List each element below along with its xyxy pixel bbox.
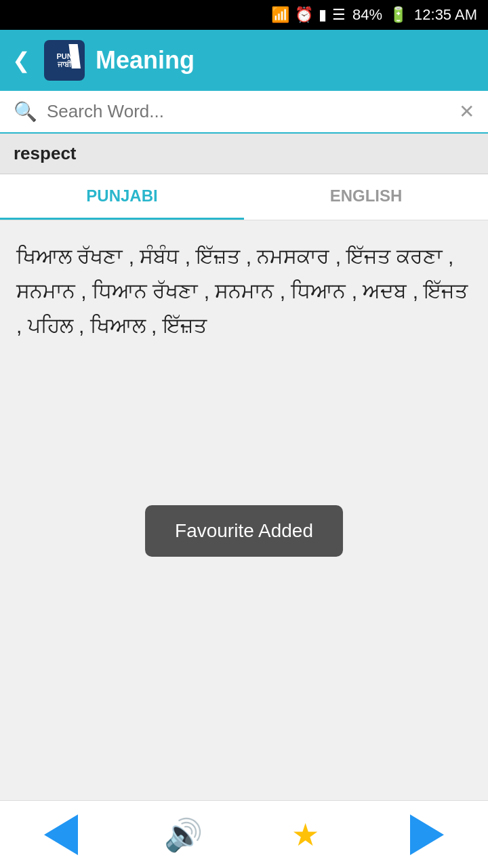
battery-icon: 🔋 (389, 6, 407, 24)
forward-icon (410, 814, 444, 855)
search-icon: 🔍 (14, 100, 37, 123)
forward-button[interactable] (400, 808, 454, 862)
app-logo: PUN ਜਾਬੀ (44, 40, 85, 81)
search-bar: 🔍 ✕ (0, 91, 488, 134)
sim-icon: ▮ (319, 6, 327, 24)
status-bar: 📶 ⏰ ▮ ☰ 84% 🔋 12:35 AM (0, 0, 488, 30)
search-input[interactable] (47, 101, 449, 122)
speaker-icon: 🔊 (164, 816, 203, 853)
alarm-icon: ⏰ (295, 6, 313, 24)
app-bar: ❮ PUN ਜਾਬੀ Meaning (0, 30, 488, 91)
back-arrow-icon[interactable]: ❮ (12, 47, 30, 73)
bluetooth-icon: 📶 (271, 6, 289, 24)
clear-icon[interactable]: ✕ (459, 100, 474, 123)
toast-text: Favourite Added (175, 520, 313, 541)
tab-punjabi[interactable]: PUNJABI (0, 174, 244, 220)
status-icons: 📶 ⏰ ▮ ☰ (271, 6, 346, 24)
tab-english[interactable]: ENGLISH (244, 174, 488, 220)
signal-icon: ☰ (332, 6, 346, 24)
speaker-button[interactable]: 🔊 (156, 808, 210, 862)
back-icon (44, 814, 78, 855)
bottom-nav-bar: 🔊 ★ (0, 800, 488, 868)
back-button[interactable] (34, 808, 88, 862)
battery-level: 84% (352, 6, 382, 24)
tabs: PUNJABI ENGLISH (0, 174, 488, 220)
logo-text: PUN ਜਾਬੀ (56, 52, 72, 68)
meaning-text: ਖਿਆਲ ਰੱਖਣਾ , ਸੰਬੰਧ , ਇੱਜ਼ਤ , ਨਮਸਕਾਰ , ਇੱ… (16, 239, 472, 343)
clock-time: 12:35 AM (414, 6, 477, 24)
favourite-button[interactable]: ★ (278, 808, 332, 862)
toast-notification: Favourite Added (145, 505, 343, 557)
app-title: Meaning (96, 46, 195, 75)
content-area: ਖਿਆਲ ਰੱਖਣਾ , ਸੰਬੰਧ , ਇੱਜ਼ਤ , ਨਮਸਕਾਰ , ਇੱ… (0, 220, 488, 800)
searched-word: respect (0, 134, 488, 174)
star-icon: ★ (291, 816, 319, 853)
